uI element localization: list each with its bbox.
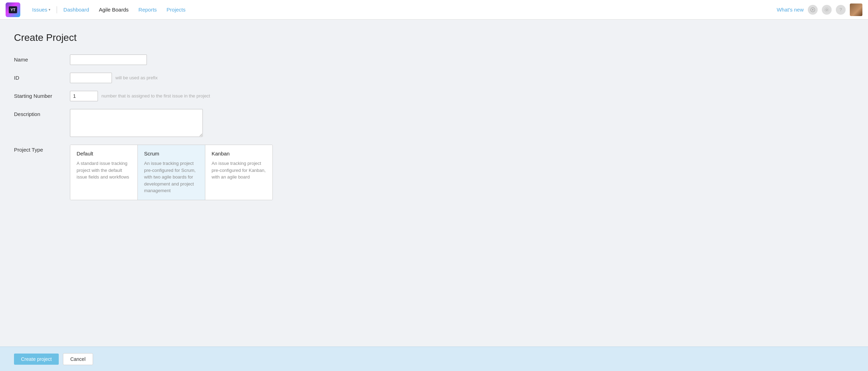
- starting-number-hint: number that is assigned to the first iss…: [101, 91, 210, 99]
- nav-divider: [57, 6, 57, 13]
- nav-dashboard[interactable]: Dashboard: [58, 0, 94, 20]
- help-button[interactable]: ?: [836, 5, 846, 15]
- scrum-desc: An issue tracking project pre-configured…: [144, 160, 199, 194]
- name-input[interactable]: [70, 54, 147, 65]
- user-avatar[interactable]: [850, 3, 862, 16]
- project-type-cards: Default A standard issue tracking projec…: [70, 145, 273, 200]
- nav-agile-boards[interactable]: Agile Boards: [94, 0, 134, 20]
- starting-number-label: Starting Number: [14, 91, 70, 99]
- project-type-row: Project Type Default A standard issue tr…: [14, 145, 854, 200]
- page-title: Create Project: [14, 32, 854, 43]
- nav-links: Issues ▾ Dashboard Agile Boards Reports …: [27, 0, 777, 20]
- svg-point-1: [826, 9, 828, 10]
- main-content: Create Project Name ID will be used as p…: [0, 20, 868, 347]
- cancel-button[interactable]: Cancel: [63, 353, 93, 365]
- app-logo[interactable]: YT: [6, 2, 20, 17]
- project-type-default[interactable]: Default A standard issue tracking projec…: [70, 145, 138, 200]
- logo-text: YT: [9, 6, 17, 13]
- settings-icon: [824, 7, 829, 12]
- nav-projects[interactable]: Projects: [162, 0, 190, 20]
- scrum-title: Scrum: [144, 151, 199, 157]
- name-row: Name: [14, 54, 854, 65]
- bell-icon: [810, 7, 815, 12]
- svg-point-2: [825, 8, 829, 12]
- id-row: ID will be used as prefix: [14, 73, 854, 83]
- footer-bar: Create project Cancel: [0, 347, 868, 371]
- id-label: ID: [14, 73, 70, 81]
- id-input[interactable]: [70, 73, 112, 83]
- description-row: Description: [14, 109, 854, 137]
- help-icon: ?: [839, 7, 842, 12]
- description-label: Description: [14, 109, 70, 117]
- name-label: Name: [14, 54, 70, 63]
- whats-new-link[interactable]: What's new: [777, 7, 804, 13]
- create-project-button[interactable]: Create project: [14, 354, 59, 365]
- default-title: Default: [77, 151, 131, 157]
- default-desc: A standard issue tracking project with t…: [77, 160, 131, 181]
- navbar: YT Issues ▾ Dashboard Agile Boards Repor…: [0, 0, 868, 20]
- settings-button[interactable]: [822, 5, 832, 15]
- issues-dropdown-icon: ▾: [49, 8, 50, 12]
- navbar-right: What's new ?: [777, 3, 862, 16]
- project-type-scrum[interactable]: Scrum An issue tracking project pre-conf…: [138, 145, 205, 200]
- nav-reports[interactable]: Reports: [134, 0, 162, 20]
- project-type-kanban[interactable]: Kanban An issue tracking project pre-con…: [205, 145, 272, 200]
- description-input[interactable]: [70, 109, 203, 137]
- starting-number-input[interactable]: [70, 91, 98, 101]
- kanban-title: Kanban: [212, 151, 266, 157]
- project-type-label: Project Type: [14, 145, 70, 153]
- starting-number-row: Starting Number number that is assigned …: [14, 91, 854, 101]
- nav-issues[interactable]: Issues ▾: [27, 0, 55, 20]
- kanban-desc: An issue tracking project pre-configured…: [212, 160, 266, 181]
- id-hint: will be used as prefix: [115, 73, 158, 80]
- notifications-button[interactable]: [808, 5, 818, 15]
